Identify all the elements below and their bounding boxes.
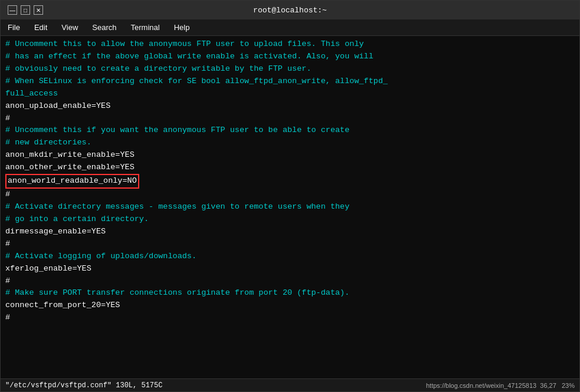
- terminal-line: xferlog_enable=YES: [5, 263, 575, 275]
- terminal-line: #: [5, 113, 575, 125]
- menu-edit[interactable]: Edit: [32, 22, 50, 33]
- window-title: root@localhost:~: [43, 6, 537, 15]
- menu-terminal[interactable]: Terminal: [129, 22, 162, 33]
- terminal-line: dirmessage_enable=YES: [5, 226, 575, 238]
- terminal-line: anon_upload_enable=YES: [5, 100, 575, 113]
- highlighted-code: anon_world_readable_only=NO: [5, 174, 139, 189]
- terminal-line: # new directories.: [5, 137, 575, 149]
- minimize-button[interactable]: —: [8, 5, 17, 15]
- terminal-line: # Activate directory messages - messages…: [5, 201, 575, 213]
- terminal-line: # When SELinux is enforcing check for SE…: [5, 75, 575, 88]
- terminal-line: # Uncomment this if you want the anonymo…: [5, 124, 575, 137]
- terminal-line: #: [5, 275, 575, 288]
- terminal-line: # Activate logging of uploads/downloads.: [5, 251, 575, 263]
- menu-bar: File Edit View Search Terminal Help: [1, 19, 579, 36]
- terminal-line: # obviously need to create a directory w…: [5, 63, 575, 75]
- close-button[interactable]: ✕: [34, 5, 43, 15]
- terminal-line: anon_other_write_enable=YES: [5, 162, 575, 174]
- terminal-line: # Make sure PORT transfer connections or…: [5, 287, 575, 299]
- terminal-line: #: [5, 238, 575, 251]
- terminal-content[interactable]: # Uncomment this to allow the anonymous …: [1, 36, 579, 378]
- menu-view[interactable]: View: [59, 22, 80, 33]
- terminal-line: anon_mkdir_write_enable=YES: [5, 149, 575, 162]
- terminal-line: #: [5, 312, 575, 324]
- menu-file[interactable]: File: [5, 22, 22, 33]
- maximize-button[interactable]: □: [21, 5, 30, 15]
- menu-help[interactable]: Help: [172, 22, 192, 33]
- terminal-line: #: [5, 189, 575, 201]
- title-bar: — □ ✕ root@localhost:~: [1, 1, 579, 19]
- terminal-line: full_access: [5, 88, 575, 100]
- status-file-info: "/etc/vsftpd/vsftpd.conf" 130L, 5175C: [5, 381, 162, 390]
- terminal-line: # has an effect if the above global writ…: [5, 51, 575, 63]
- terminal-line: connect_from_port_20=YES: [5, 299, 575, 312]
- menu-search[interactable]: Search: [90, 22, 119, 33]
- status-bar: "/etc/vsftpd/vsftpd.conf" 130L, 5175C ht…: [1, 378, 579, 391]
- terminal-line: # go into a certain directory.: [5, 213, 575, 226]
- status-position: https://blog.csdn.net/weixin_47125813 36…: [426, 382, 575, 389]
- terminal-line: anon_world_readable_only=NO: [5, 174, 575, 189]
- terminal-line: # Uncomment this to allow the anonymous …: [5, 38, 575, 51]
- terminal-window: — □ ✕ root@localhost:~ File Edit View Se…: [0, 0, 580, 392]
